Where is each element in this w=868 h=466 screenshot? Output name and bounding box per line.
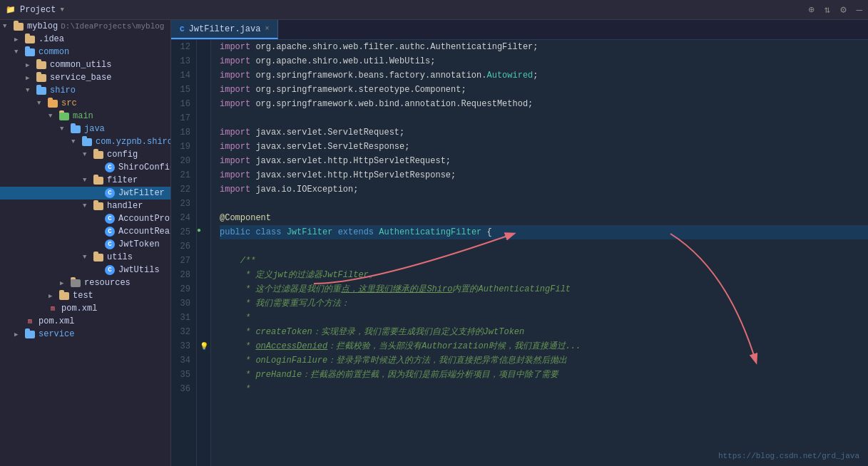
tree-arrow-filter: ▼ [83, 177, 93, 184]
code-line-25: public class JwtFilter extends Authentic… [220, 225, 868, 239]
folder-icon-shiro [36, 86, 47, 95]
pom-icon-shiro: m [47, 304, 58, 314]
folder-icon-resources [70, 278, 81, 288]
add-icon[interactable]: ⊕ [808, 4, 814, 16]
settings-icon[interactable]: ⚙ [840, 4, 846, 16]
tree-arrow-test: ▶ [48, 292, 58, 300]
code-line-29: * 这个过滤器是我们的重点，这里我们继承的是Shiro内置的Authentica… [220, 282, 868, 296]
label-idea: .idea [39, 34, 64, 44]
tree-item-src[interactable]: ▼ src [0, 97, 170, 110]
class-icon-accountprofile: C [104, 214, 116, 224]
code-line-32: * createToken：实现登录，我们需要生成我们自定义支持的JwtToke… [220, 325, 868, 339]
tree-item-handler[interactable]: ▼ handler [0, 200, 170, 212]
tree-item-resources[interactable]: ▶ resources [0, 276, 170, 289]
label-src: src [61, 98, 77, 108]
tree-arrow-src: ▼ [37, 100, 47, 107]
tree-item-service-base[interactable]: ▶ service_base [0, 71, 170, 84]
collapse-icon[interactable]: ⇅ [824, 4, 830, 16]
tree-arrow-main: ▼ [48, 113, 58, 120]
code-line-26 [220, 239, 868, 254]
tree-item-jwttoken[interactable]: ▶ C JwtToken [0, 238, 170, 251]
code-line-16: import org.springframework.web.bind.anno… [220, 97, 868, 111]
watermark: https://blog.csdn.net/grd_java [718, 452, 859, 460]
tree-arrow-shiro: ▼ [26, 87, 36, 94]
tree-item-accountprofile[interactable]: ▶ C AccountProfile [0, 212, 170, 225]
tree-item-config[interactable]: ▼ config [0, 148, 170, 161]
folder-icon-handler [93, 201, 104, 211]
title-bar: 📁 Project ▼ ⊕ ⇅ ⚙ — [0, 0, 868, 20]
label-service: service [39, 329, 74, 339]
label-filter: filter [107, 175, 138, 185]
tab-close-icon[interactable]: × [265, 25, 269, 33]
label-pom-shiro: pom.xml [61, 304, 97, 314]
folder-icon-main [58, 111, 70, 121]
code-line-28: * 定义jwt的过滤器JwtFilter。 [220, 268, 868, 282]
code-area[interactable]: import org.apache.shiro.web.filter.authc… [211, 40, 868, 466]
tab-bar: C JwtFilter.java × [171, 20, 868, 40]
tab-filename: JwtFilter.java [189, 24, 261, 34]
tree-item-package[interactable]: ▼ com.yzpnb.shiro [0, 135, 170, 148]
code-line-12: import org.apache.shiro.web.filter.authc… [220, 40, 868, 54]
label-jwtutils: JwtUtils [118, 265, 160, 275]
code-line-23 [220, 197, 868, 211]
editor-content[interactable]: 12 13 14 15 16 17 18 19 20 21 22 23 24 2… [171, 40, 868, 466]
tree-item-myblog[interactable]: ▼ myblog D:\IdeaProjects\myblog [0, 20, 170, 33]
tree-item-jwtfilter[interactable]: ▶ C JwtFilter [0, 187, 170, 200]
label-jwtfilter: JwtFilter [118, 188, 165, 198]
pom-icon-root: m [24, 316, 36, 326]
label-utils: utils [107, 252, 133, 262]
tree-item-accountrealm[interactable]: ▶ C AccountRealm [0, 225, 170, 238]
tree-arrow-handler: ▼ [83, 202, 93, 209]
main-layout: ▼ myblog D:\IdeaProjects\myblog ▶ .idea … [0, 20, 868, 466]
folder-icon-package [81, 137, 93, 147]
tree-item-java[interactable]: ▼ java [0, 123, 170, 135]
label-pom-root: pom.xml [39, 316, 74, 326]
class-icon-shiroconfigura: C [104, 162, 116, 172]
tree-item-shiro[interactable]: ▼ shiro [0, 84, 170, 97]
tree-item-jwtutils[interactable]: ▶ C JwtUtils [0, 264, 170, 276]
code-line-31: * [220, 311, 868, 325]
class-icon-jwtutils: C [104, 265, 116, 275]
tree-item-filter[interactable]: ▼ filter [0, 174, 170, 187]
path-myblog: D:\IdeaProjects\myblog [61, 22, 164, 31]
tree-item-idea[interactable]: ▶ .idea [0, 33, 170, 46]
tree-item-service[interactable]: ▶ service [0, 328, 170, 341]
tree-item-utils[interactable]: ▼ utils [0, 251, 170, 264]
tree-arrow-service: ▶ [14, 331, 24, 338]
code-line-17 [220, 111, 868, 125]
tree-arrow-java: ▼ [60, 125, 70, 133]
minimize-icon[interactable]: — [857, 4, 862, 16]
code-line-13: import org.apache.shiro.web.util.WebUtil… [220, 54, 868, 68]
tree-item-test[interactable]: ▶ test [0, 289, 170, 302]
tree-item-pom-shiro[interactable]: ▶ m pom.xml [0, 302, 170, 315]
folder-icon-src [47, 98, 58, 108]
folder-icon-service [24, 329, 36, 339]
tree-item-common-utils[interactable]: ▶ common_utils [0, 58, 170, 71]
tree-arrow-package: ▼ [71, 138, 81, 145]
tree-item-pom-root[interactable]: ▶ m pom.xml [0, 315, 170, 328]
project-title: Project [20, 5, 56, 15]
tree-item-main[interactable]: ▼ main [0, 110, 170, 123]
label-package: com.yzpnb.shiro [96, 137, 171, 147]
code-line-14: import org.springframework.beans.factory… [220, 68, 868, 83]
tree-arrow-idea: ▶ [14, 36, 24, 43]
tree-arrow-common: ▼ [14, 48, 24, 56]
editor-wrapper: C JwtFilter.java × 12 13 14 15 16 17 18 … [171, 20, 868, 466]
folder-icon-java [70, 124, 81, 134]
tree-item-shiroconfigura[interactable]: ▶ C ShiroConfigura [0, 161, 170, 174]
tab-java-icon: C [180, 25, 185, 33]
tree-arrow-resources: ▶ [60, 279, 70, 287]
label-config: config [107, 150, 138, 160]
label-resources: resources [84, 278, 131, 288]
class-icon-accountrealm: C [104, 227, 116, 237]
project-chevron[interactable]: ▼ [60, 6, 63, 14]
label-test: test [73, 291, 93, 301]
code-line-22: import java.io.IOException; [220, 182, 868, 197]
tab-jwtfilter[interactable]: C JwtFilter.java × [171, 20, 278, 39]
label-service-base: service_base [50, 73, 111, 83]
tree-item-common[interactable]: ▼ common [0, 46, 170, 58]
title-bar-left: 📁 Project ▼ [6, 5, 64, 15]
code-line-33: * onAccessDenied：拦截校验，当头部没有Authorization… [220, 339, 868, 353]
code-line-15: import org.springframework.stereotype.Co… [220, 83, 868, 97]
class-icon-jwttoken: C [104, 239, 116, 249]
